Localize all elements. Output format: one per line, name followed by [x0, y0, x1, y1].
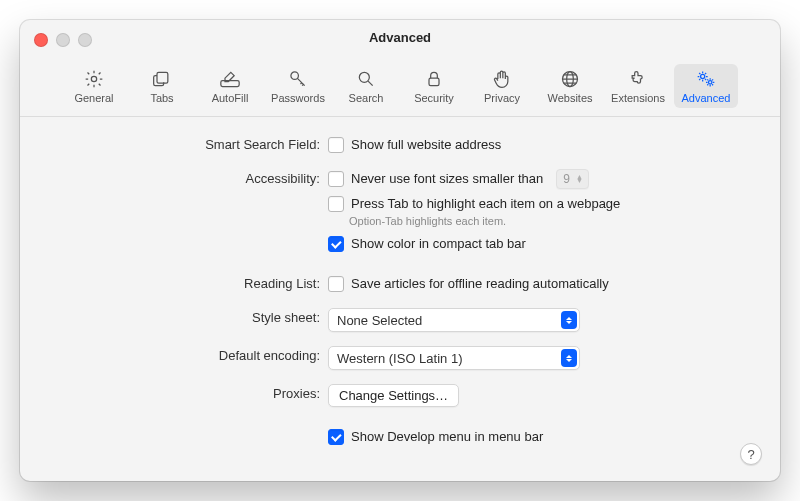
default-encoding-label: Default encoding: — [50, 346, 328, 366]
toolbar-item-autofill[interactable]: AutoFill — [198, 64, 262, 108]
svg-point-0 — [91, 76, 96, 81]
style-sheet-label: Style sheet: — [50, 308, 328, 328]
select-value: None Selected — [337, 313, 561, 328]
window-controls — [34, 33, 92, 47]
hand-icon — [472, 68, 532, 90]
toolbar-label: AutoFill — [200, 92, 260, 104]
svg-point-8 — [701, 74, 705, 78]
toolbar-item-privacy[interactable]: Privacy — [470, 64, 534, 108]
select-value: 9 — [563, 169, 570, 189]
toolbar-item-passwords[interactable]: Passwords — [266, 64, 330, 108]
svg-rect-1 — [157, 72, 168, 83]
toolbar-label: Websites — [540, 92, 600, 104]
min-font-size-select[interactable]: 9 ▲▼ — [556, 169, 589, 189]
checkbox-icon — [328, 171, 344, 187]
develop-menu-row: Show Develop menu in menu bar — [50, 427, 750, 447]
accessibility-label: Accessibility: — [50, 169, 328, 189]
toolbar-item-advanced[interactable]: Advanced — [674, 64, 738, 108]
toolbar-item-websites[interactable]: Websites — [538, 64, 602, 108]
toolbar-label: Extensions — [608, 92, 668, 104]
lock-icon — [404, 68, 464, 90]
default-encoding-row: Default encoding: Western (ISO Latin 1) — [50, 346, 750, 370]
checkbox-icon — [328, 137, 344, 153]
titlebar: Advanced — [20, 20, 780, 64]
toolbar-label: Privacy — [472, 92, 532, 104]
style-sheet-row: Style sheet: None Selected — [50, 308, 750, 332]
stepper-arrows-icon: ▲▼ — [574, 175, 585, 183]
checkbox-icon — [328, 276, 344, 292]
change-proxies-button[interactable]: Change Settings… — [328, 384, 459, 407]
help-button[interactable]: ? — [740, 443, 762, 465]
toolbar-item-general[interactable]: General — [62, 64, 126, 108]
toolbar-label: Passwords — [268, 92, 328, 104]
checkbox-label: Press Tab to highlight each item on a we… — [351, 194, 620, 214]
toolbar-label: General — [64, 92, 124, 104]
toolbar-label: Search — [336, 92, 396, 104]
search-icon — [336, 68, 396, 90]
key-icon — [268, 68, 328, 90]
default-encoding-select[interactable]: Western (ISO Latin 1) — [328, 346, 580, 370]
reading-list-row: Reading List: Save articles for offline … — [50, 274, 750, 294]
stepper-arrows-icon — [561, 349, 577, 367]
accessibility-row: Accessibility: Never use font sizes smal… — [50, 169, 750, 254]
svg-point-9 — [708, 81, 712, 84]
advanced-pane: Smart Search Field: Show full website ad… — [20, 117, 780, 447]
tabs-icon — [132, 68, 192, 90]
close-window-button[interactable] — [34, 33, 48, 47]
minimize-window-button[interactable] — [56, 33, 70, 47]
svg-point-4 — [359, 72, 369, 82]
globe-icon — [540, 68, 600, 90]
proxies-row: Proxies: Change Settings… — [50, 384, 750, 407]
style-sheet-select[interactable]: None Selected — [328, 308, 580, 332]
toolbar-item-tabs[interactable]: Tabs — [130, 64, 194, 108]
compact-tab-color-checkbox[interactable]: Show color in compact tab bar — [328, 234, 620, 254]
checkbox-label: Never use font sizes smaller than — [351, 169, 543, 189]
smart-search-row: Smart Search Field: Show full website ad… — [50, 135, 750, 155]
toolbar-label: Advanced — [676, 92, 736, 104]
checkbox-icon — [328, 196, 344, 212]
toolbar-label: Tabs — [132, 92, 192, 104]
checkbox-label: Show color in compact tab bar — [351, 234, 526, 254]
reading-list-label: Reading List: — [50, 274, 328, 294]
zoom-window-button[interactable] — [78, 33, 92, 47]
preferences-toolbar: General Tabs AutoFill Passwords Search S… — [20, 64, 780, 117]
save-offline-checkbox[interactable]: Save articles for offline reading automa… — [328, 274, 609, 294]
double-gear-icon — [676, 68, 736, 90]
svg-rect-2 — [221, 81, 239, 87]
toolbar-label: Security — [404, 92, 464, 104]
show-full-address-checkbox[interactable]: Show full website address — [328, 135, 501, 155]
develop-menu-checkbox[interactable]: Show Develop menu in menu bar — [328, 427, 543, 447]
window-title: Advanced — [20, 20, 780, 50]
checkbox-icon — [328, 236, 344, 252]
puzzle-icon — [608, 68, 668, 90]
press-tab-hint: Option-Tab highlights each item. — [349, 215, 620, 227]
toolbar-item-search[interactable]: Search — [334, 64, 398, 108]
stepper-arrows-icon — [561, 311, 577, 329]
checkbox-icon — [328, 429, 344, 445]
press-tab-checkbox[interactable]: Press Tab to highlight each item on a we… — [328, 194, 620, 214]
pencil-field-icon — [200, 68, 260, 90]
checkbox-label: Show full website address — [351, 135, 501, 155]
smart-search-label: Smart Search Field: — [50, 135, 328, 155]
select-value: Western (ISO Latin 1) — [337, 351, 561, 366]
checkbox-label: Save articles for offline reading automa… — [351, 274, 609, 294]
checkbox-label: Show Develop menu in menu bar — [351, 427, 543, 447]
gear-icon — [64, 68, 124, 90]
proxies-label: Proxies: — [50, 384, 328, 404]
toolbar-item-extensions[interactable]: Extensions — [606, 64, 670, 108]
toolbar-item-security[interactable]: Security — [402, 64, 466, 108]
svg-rect-5 — [429, 78, 439, 86]
min-font-size-checkbox[interactable]: Never use font sizes smaller than 9 ▲▼ — [328, 169, 620, 189]
preferences-window: Advanced General Tabs AutoFill Passwords… — [20, 20, 780, 481]
